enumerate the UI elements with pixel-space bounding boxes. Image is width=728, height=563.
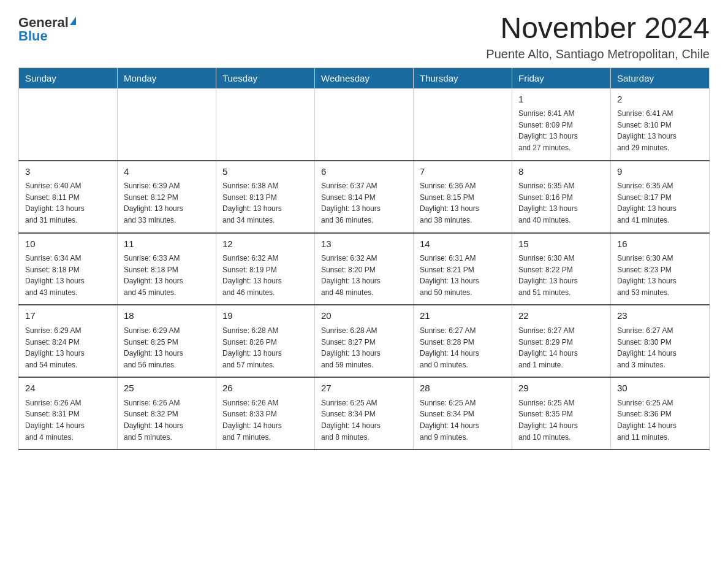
day-number: 18 — [124, 309, 210, 323]
day-info: Sunrise: 6:28 AMSunset: 8:26 PMDaylight:… — [222, 325, 308, 370]
calendar-table: SundayMondayTuesdayWednesdayThursdayFrid… — [18, 67, 710, 450]
calendar-cell: 24Sunrise: 6:26 AMSunset: 8:31 PMDayligh… — [19, 377, 118, 450]
calendar-cell: 29Sunrise: 6:25 AMSunset: 8:35 PMDayligh… — [512, 377, 611, 450]
day-info: Sunrise: 6:26 AMSunset: 8:31 PMDaylight:… — [25, 397, 111, 443]
day-info: Sunrise: 6:26 AMSunset: 8:32 PMDaylight:… — [124, 397, 210, 443]
calendar-cell: 30Sunrise: 6:25 AMSunset: 8:36 PMDayligh… — [611, 377, 710, 450]
logo: General Blue — [18, 16, 76, 43]
day-number: 2 — [617, 93, 703, 107]
page-header: General Blue November 2024 Puente Alto, … — [18, 12, 710, 61]
day-number: 29 — [518, 381, 604, 396]
day-info: Sunrise: 6:32 AMSunset: 8:20 PMDaylight:… — [321, 253, 407, 298]
calendar-cell — [216, 88, 315, 160]
day-info: Sunrise: 6:37 AMSunset: 8:14 PMDaylight:… — [321, 180, 407, 226]
calendar-week-2: 3Sunrise: 6:40 AMSunset: 8:11 PMDaylight… — [19, 161, 710, 233]
day-info: Sunrise: 6:41 AMSunset: 8:10 PMDaylight:… — [617, 108, 703, 153]
calendar-cell: 23Sunrise: 6:27 AMSunset: 8:30 PMDayligh… — [611, 305, 710, 377]
day-number: 10 — [25, 237, 111, 251]
day-info: Sunrise: 6:29 AMSunset: 8:25 PMDaylight:… — [124, 325, 210, 370]
day-info: Sunrise: 6:25 AMSunset: 8:36 PMDaylight:… — [617, 397, 703, 443]
day-number: 17 — [25, 309, 111, 323]
day-number: 3 — [25, 165, 111, 179]
calendar-cell: 1Sunrise: 6:41 AMSunset: 8:09 PMDaylight… — [512, 88, 611, 160]
calendar-cell: 13Sunrise: 6:32 AMSunset: 8:20 PMDayligh… — [315, 233, 414, 305]
day-number: 7 — [420, 165, 506, 179]
day-number: 21 — [420, 309, 506, 323]
day-number: 22 — [518, 309, 604, 323]
day-info: Sunrise: 6:26 AMSunset: 8:33 PMDaylight:… — [222, 397, 308, 443]
calendar-cell: 12Sunrise: 6:32 AMSunset: 8:19 PMDayligh… — [216, 233, 315, 305]
day-number: 1 — [518, 93, 604, 107]
day-number: 4 — [124, 165, 210, 179]
calendar-cell: 21Sunrise: 6:27 AMSunset: 8:28 PMDayligh… — [414, 305, 512, 377]
calendar-cell: 3Sunrise: 6:40 AMSunset: 8:11 PMDaylight… — [19, 161, 118, 233]
day-number: 23 — [617, 309, 703, 323]
weekday-header-sunday: Sunday — [19, 67, 118, 88]
day-number: 6 — [321, 165, 407, 179]
calendar-cell: 27Sunrise: 6:25 AMSunset: 8:34 PMDayligh… — [315, 377, 414, 450]
day-number: 11 — [124, 237, 210, 251]
day-info: Sunrise: 6:30 AMSunset: 8:22 PMDaylight:… — [518, 253, 604, 298]
calendar-cell: 11Sunrise: 6:33 AMSunset: 8:18 PMDayligh… — [118, 233, 216, 305]
calendar-cell: 9Sunrise: 6:35 AMSunset: 8:17 PMDaylight… — [611, 161, 710, 233]
day-number: 15 — [518, 237, 604, 251]
calendar-cell: 25Sunrise: 6:26 AMSunset: 8:32 PMDayligh… — [118, 377, 216, 450]
calendar-cell: 14Sunrise: 6:31 AMSunset: 8:21 PMDayligh… — [414, 233, 512, 305]
weekday-header-thursday: Thursday — [414, 67, 512, 88]
day-info: Sunrise: 6:29 AMSunset: 8:24 PMDaylight:… — [25, 325, 111, 370]
day-info: Sunrise: 6:35 AMSunset: 8:16 PMDaylight:… — [518, 180, 604, 226]
day-info: Sunrise: 6:34 AMSunset: 8:18 PMDaylight:… — [25, 253, 111, 298]
calendar-cell: 16Sunrise: 6:30 AMSunset: 8:23 PMDayligh… — [611, 233, 710, 305]
day-number: 24 — [25, 381, 111, 396]
day-info: Sunrise: 6:25 AMSunset: 8:34 PMDaylight:… — [321, 397, 407, 443]
calendar-cell: 17Sunrise: 6:29 AMSunset: 8:24 PMDayligh… — [19, 305, 118, 377]
calendar-cell: 2Sunrise: 6:41 AMSunset: 8:10 PMDaylight… — [611, 88, 710, 160]
calendar-cell: 28Sunrise: 6:25 AMSunset: 8:34 PMDayligh… — [414, 377, 512, 450]
day-number: 26 — [222, 381, 308, 396]
day-number: 27 — [321, 381, 407, 396]
day-number: 8 — [518, 165, 604, 179]
weekday-header-wednesday: Wednesday — [315, 67, 414, 88]
day-info: Sunrise: 6:40 AMSunset: 8:11 PMDaylight:… — [25, 180, 111, 226]
day-number: 19 — [222, 309, 308, 323]
day-info: Sunrise: 6:25 AMSunset: 8:35 PMDaylight:… — [518, 397, 604, 443]
calendar-cell: 22Sunrise: 6:27 AMSunset: 8:29 PMDayligh… — [512, 305, 611, 377]
calendar-cell: 6Sunrise: 6:37 AMSunset: 8:14 PMDaylight… — [315, 161, 414, 233]
calendar-body: 1Sunrise: 6:41 AMSunset: 8:09 PMDaylight… — [19, 88, 710, 450]
day-info: Sunrise: 6:33 AMSunset: 8:18 PMDaylight:… — [124, 253, 210, 298]
month-title: November 2024 — [486, 12, 710, 45]
day-number: 28 — [420, 381, 506, 396]
calendar-cell — [118, 88, 216, 160]
day-info: Sunrise: 6:39 AMSunset: 8:12 PMDaylight:… — [124, 180, 210, 226]
day-number: 30 — [617, 381, 703, 396]
day-number: 25 — [124, 381, 210, 396]
day-number: 14 — [420, 237, 506, 251]
day-info: Sunrise: 6:25 AMSunset: 8:34 PMDaylight:… — [420, 397, 506, 443]
day-info: Sunrise: 6:32 AMSunset: 8:19 PMDaylight:… — [222, 253, 308, 298]
day-info: Sunrise: 6:28 AMSunset: 8:27 PMDaylight:… — [321, 325, 407, 370]
calendar-cell: 19Sunrise: 6:28 AMSunset: 8:26 PMDayligh… — [216, 305, 315, 377]
calendar-cell: 4Sunrise: 6:39 AMSunset: 8:12 PMDaylight… — [118, 161, 216, 233]
calendar-week-3: 10Sunrise: 6:34 AMSunset: 8:18 PMDayligh… — [19, 233, 710, 305]
day-info: Sunrise: 6:38 AMSunset: 8:13 PMDaylight:… — [222, 180, 308, 226]
logo-triangle-icon — [70, 17, 76, 25]
day-info: Sunrise: 6:27 AMSunset: 8:30 PMDaylight:… — [617, 325, 703, 370]
day-number: 9 — [617, 165, 703, 179]
calendar-header: SundayMondayTuesdayWednesdayThursdayFrid… — [19, 67, 710, 88]
day-number: 20 — [321, 309, 407, 323]
calendar-cell — [414, 88, 512, 160]
weekday-header-saturday: Saturday — [611, 67, 710, 88]
calendar-cell: 7Sunrise: 6:36 AMSunset: 8:15 PMDaylight… — [414, 161, 512, 233]
weekday-header-monday: Monday — [118, 67, 216, 88]
weekday-header-row: SundayMondayTuesdayWednesdayThursdayFrid… — [19, 67, 710, 88]
calendar-cell: 5Sunrise: 6:38 AMSunset: 8:13 PMDaylight… — [216, 161, 315, 233]
logo-general-text: General — [18, 16, 69, 29]
calendar-week-1: 1Sunrise: 6:41 AMSunset: 8:09 PMDaylight… — [19, 88, 710, 160]
calendar-cell: 10Sunrise: 6:34 AMSunset: 8:18 PMDayligh… — [19, 233, 118, 305]
day-info: Sunrise: 6:41 AMSunset: 8:09 PMDaylight:… — [518, 108, 604, 153]
calendar-cell: 20Sunrise: 6:28 AMSunset: 8:27 PMDayligh… — [315, 305, 414, 377]
day-info: Sunrise: 6:36 AMSunset: 8:15 PMDaylight:… — [420, 180, 506, 226]
day-info: Sunrise: 6:35 AMSunset: 8:17 PMDaylight:… — [617, 180, 703, 226]
logo-blue-text: Blue — [18, 29, 48, 43]
calendar-cell: 26Sunrise: 6:26 AMSunset: 8:33 PMDayligh… — [216, 377, 315, 450]
